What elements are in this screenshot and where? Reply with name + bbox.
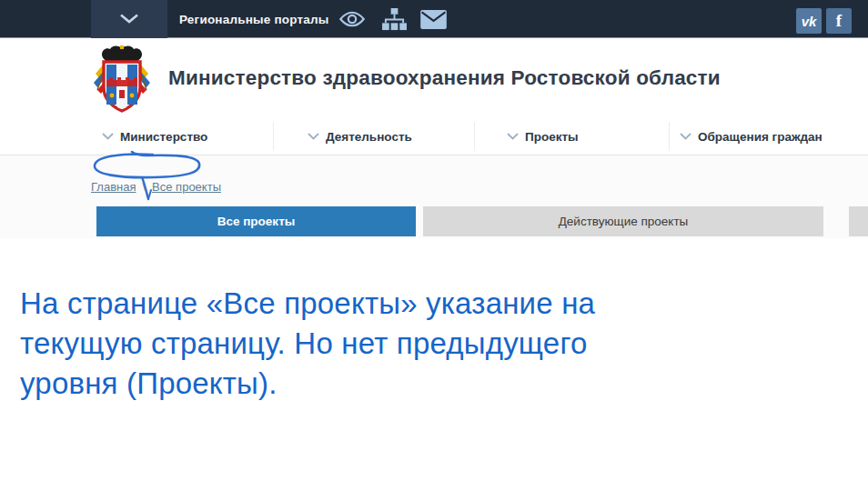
vk-social-button[interactable]: vk xyxy=(796,8,822,34)
site-header: Министерство здравоохранения Ростовской … xyxy=(0,38,868,118)
chevron-down-icon xyxy=(308,133,319,140)
nav-item-label: Министерство xyxy=(120,130,207,144)
nav-item-citizen-appeals[interactable]: Обращения граждан xyxy=(680,118,823,155)
rostov-coat-of-arms-logo[interactable] xyxy=(90,43,154,114)
vk-icon: vk xyxy=(802,14,817,29)
top-utility-bar: Региональные порталы vk xyxy=(0,0,868,38)
facebook-icon: f xyxy=(836,11,842,31)
reviewer-note-text: На странице «Все проекты» указание на те… xyxy=(20,284,739,404)
sitemap-icon[interactable] xyxy=(382,0,407,38)
main-nav: Министерство Деятельность Проекты Обраще… xyxy=(0,118,868,155)
breadcrumb-home-link[interactable]: Главная xyxy=(91,180,136,194)
breadcrumb-separator: \ xyxy=(142,180,146,194)
breadcrumb: Главная \ Все проекты xyxy=(91,180,221,194)
site-title: Министерство здравоохранения Ростовской … xyxy=(168,38,721,118)
tab-cutoff[interactable] xyxy=(849,206,868,236)
nav-item-label: Деятельность xyxy=(326,130,412,144)
tab-all-projects[interactable]: Все проекты xyxy=(96,206,416,236)
breadcrumb-current-link[interactable]: Все проекты xyxy=(152,180,221,194)
tab-label: Действующие проекты xyxy=(559,215,689,228)
nav-divider xyxy=(474,122,475,151)
envelope-icon[interactable] xyxy=(420,0,447,38)
page: Региональные порталы vk xyxy=(0,0,868,481)
nav-item-label: Обращения граждан xyxy=(698,130,823,144)
tab-label: Все проекты xyxy=(217,215,296,228)
chevron-down-icon xyxy=(507,133,519,140)
facebook-social-button[interactable]: f xyxy=(826,8,852,34)
nav-item-ministry[interactable]: Министерство xyxy=(102,118,207,155)
nav-item-projects[interactable]: Проекты xyxy=(507,118,579,155)
content-strip: Главная \ Все проекты Все проекты Действ… xyxy=(0,155,868,238)
regional-portals-label: Региональные порталы xyxy=(179,0,329,38)
chevron-down-icon xyxy=(102,133,114,140)
nav-divider xyxy=(669,122,670,151)
accessibility-eye-icon[interactable] xyxy=(338,0,366,38)
nav-divider xyxy=(273,122,274,151)
nav-item-label: Проекты xyxy=(525,130,579,144)
chevron-down-icon xyxy=(680,133,691,140)
nav-item-activity[interactable]: Деятельность xyxy=(308,118,412,155)
portals-dropdown-button[interactable] xyxy=(91,0,167,38)
hand-drawn-circle-annotation xyxy=(85,148,221,205)
chevron-down-icon xyxy=(119,11,139,27)
tab-active-projects[interactable]: Действующие проекты xyxy=(423,206,823,236)
